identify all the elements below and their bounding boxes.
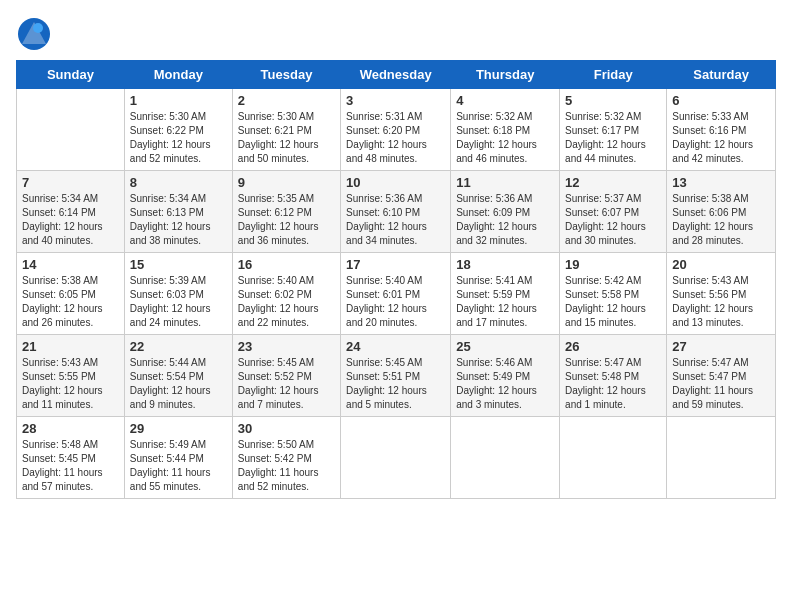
calendar-cell: 19Sunrise: 5:42 AM Sunset: 5:58 PM Dayli… — [560, 253, 667, 335]
calendar-week-2: 7Sunrise: 5:34 AM Sunset: 6:14 PM Daylig… — [17, 171, 776, 253]
day-number: 19 — [565, 257, 661, 272]
day-header-monday: Monday — [124, 61, 232, 89]
calendar-cell: 27Sunrise: 5:47 AM Sunset: 5:47 PM Dayli… — [667, 335, 776, 417]
day-info: Sunrise: 5:43 AM Sunset: 5:56 PM Dayligh… — [672, 274, 770, 330]
calendar-cell: 30Sunrise: 5:50 AM Sunset: 5:42 PM Dayli… — [232, 417, 340, 499]
day-info: Sunrise: 5:34 AM Sunset: 6:13 PM Dayligh… — [130, 192, 227, 248]
calendar-cell: 22Sunrise: 5:44 AM Sunset: 5:54 PM Dayli… — [124, 335, 232, 417]
calendar-cell: 10Sunrise: 5:36 AM Sunset: 6:10 PM Dayli… — [341, 171, 451, 253]
day-info: Sunrise: 5:36 AM Sunset: 6:09 PM Dayligh… — [456, 192, 554, 248]
day-info: Sunrise: 5:40 AM Sunset: 6:01 PM Dayligh… — [346, 274, 445, 330]
calendar-cell: 13Sunrise: 5:38 AM Sunset: 6:06 PM Dayli… — [667, 171, 776, 253]
calendar-cell: 25Sunrise: 5:46 AM Sunset: 5:49 PM Dayli… — [451, 335, 560, 417]
day-info: Sunrise: 5:41 AM Sunset: 5:59 PM Dayligh… — [456, 274, 554, 330]
day-number: 28 — [22, 421, 119, 436]
calendar-cell: 18Sunrise: 5:41 AM Sunset: 5:59 PM Dayli… — [451, 253, 560, 335]
day-info: Sunrise: 5:47 AM Sunset: 5:48 PM Dayligh… — [565, 356, 661, 412]
day-number: 8 — [130, 175, 227, 190]
day-number: 13 — [672, 175, 770, 190]
page-header — [16, 16, 776, 52]
day-number: 1 — [130, 93, 227, 108]
day-info: Sunrise: 5:46 AM Sunset: 5:49 PM Dayligh… — [456, 356, 554, 412]
day-info: Sunrise: 5:35 AM Sunset: 6:12 PM Dayligh… — [238, 192, 335, 248]
calendar-cell: 24Sunrise: 5:45 AM Sunset: 5:51 PM Dayli… — [341, 335, 451, 417]
calendar-cell: 7Sunrise: 5:34 AM Sunset: 6:14 PM Daylig… — [17, 171, 125, 253]
calendar-cell — [17, 89, 125, 171]
day-info: Sunrise: 5:38 AM Sunset: 6:06 PM Dayligh… — [672, 192, 770, 248]
day-info: Sunrise: 5:50 AM Sunset: 5:42 PM Dayligh… — [238, 438, 335, 494]
logo-icon — [16, 16, 52, 52]
calendar-week-1: 1Sunrise: 5:30 AM Sunset: 6:22 PM Daylig… — [17, 89, 776, 171]
calendar-cell: 15Sunrise: 5:39 AM Sunset: 6:03 PM Dayli… — [124, 253, 232, 335]
logo — [16, 16, 56, 52]
calendar-cell: 4Sunrise: 5:32 AM Sunset: 6:18 PM Daylig… — [451, 89, 560, 171]
day-header-thursday: Thursday — [451, 61, 560, 89]
day-number: 18 — [456, 257, 554, 272]
day-number: 23 — [238, 339, 335, 354]
day-number: 17 — [346, 257, 445, 272]
calendar-cell: 16Sunrise: 5:40 AM Sunset: 6:02 PM Dayli… — [232, 253, 340, 335]
calendar-cell: 6Sunrise: 5:33 AM Sunset: 6:16 PM Daylig… — [667, 89, 776, 171]
calendar-cell: 26Sunrise: 5:47 AM Sunset: 5:48 PM Dayli… — [560, 335, 667, 417]
day-info: Sunrise: 5:37 AM Sunset: 6:07 PM Dayligh… — [565, 192, 661, 248]
day-number: 16 — [238, 257, 335, 272]
calendar-cell: 9Sunrise: 5:35 AM Sunset: 6:12 PM Daylig… — [232, 171, 340, 253]
day-number: 10 — [346, 175, 445, 190]
day-info: Sunrise: 5:39 AM Sunset: 6:03 PM Dayligh… — [130, 274, 227, 330]
day-number: 15 — [130, 257, 227, 272]
calendar-cell: 21Sunrise: 5:43 AM Sunset: 5:55 PM Dayli… — [17, 335, 125, 417]
calendar-week-3: 14Sunrise: 5:38 AM Sunset: 6:05 PM Dayli… — [17, 253, 776, 335]
day-info: Sunrise: 5:45 AM Sunset: 5:51 PM Dayligh… — [346, 356, 445, 412]
day-number: 6 — [672, 93, 770, 108]
calendar-cell: 23Sunrise: 5:45 AM Sunset: 5:52 PM Dayli… — [232, 335, 340, 417]
day-number: 21 — [22, 339, 119, 354]
calendar-week-4: 21Sunrise: 5:43 AM Sunset: 5:55 PM Dayli… — [17, 335, 776, 417]
calendar-cell: 1Sunrise: 5:30 AM Sunset: 6:22 PM Daylig… — [124, 89, 232, 171]
calendar-cell — [560, 417, 667, 499]
day-number: 2 — [238, 93, 335, 108]
calendar-cell: 5Sunrise: 5:32 AM Sunset: 6:17 PM Daylig… — [560, 89, 667, 171]
calendar-cell — [341, 417, 451, 499]
day-number: 12 — [565, 175, 661, 190]
day-info: Sunrise: 5:40 AM Sunset: 6:02 PM Dayligh… — [238, 274, 335, 330]
day-number: 25 — [456, 339, 554, 354]
calendar-cell — [451, 417, 560, 499]
day-header-tuesday: Tuesday — [232, 61, 340, 89]
day-info: Sunrise: 5:36 AM Sunset: 6:10 PM Dayligh… — [346, 192, 445, 248]
calendar-cell: 11Sunrise: 5:36 AM Sunset: 6:09 PM Dayli… — [451, 171, 560, 253]
calendar-table: SundayMondayTuesdayWednesdayThursdayFrid… — [16, 60, 776, 499]
day-number: 5 — [565, 93, 661, 108]
day-info: Sunrise: 5:33 AM Sunset: 6:16 PM Dayligh… — [672, 110, 770, 166]
calendar-cell: 2Sunrise: 5:30 AM Sunset: 6:21 PM Daylig… — [232, 89, 340, 171]
day-number: 20 — [672, 257, 770, 272]
day-header-saturday: Saturday — [667, 61, 776, 89]
day-info: Sunrise: 5:43 AM Sunset: 5:55 PM Dayligh… — [22, 356, 119, 412]
day-header-sunday: Sunday — [17, 61, 125, 89]
day-number: 7 — [22, 175, 119, 190]
day-info: Sunrise: 5:31 AM Sunset: 6:20 PM Dayligh… — [346, 110, 445, 166]
svg-point-2 — [33, 23, 43, 33]
day-info: Sunrise: 5:32 AM Sunset: 6:17 PM Dayligh… — [565, 110, 661, 166]
day-number: 24 — [346, 339, 445, 354]
day-info: Sunrise: 5:45 AM Sunset: 5:52 PM Dayligh… — [238, 356, 335, 412]
calendar-cell: 29Sunrise: 5:49 AM Sunset: 5:44 PM Dayli… — [124, 417, 232, 499]
calendar-cell: 3Sunrise: 5:31 AM Sunset: 6:20 PM Daylig… — [341, 89, 451, 171]
calendar-cell: 8Sunrise: 5:34 AM Sunset: 6:13 PM Daylig… — [124, 171, 232, 253]
day-info: Sunrise: 5:38 AM Sunset: 6:05 PM Dayligh… — [22, 274, 119, 330]
day-number: 22 — [130, 339, 227, 354]
calendar-cell: 17Sunrise: 5:40 AM Sunset: 6:01 PM Dayli… — [341, 253, 451, 335]
day-info: Sunrise: 5:42 AM Sunset: 5:58 PM Dayligh… — [565, 274, 661, 330]
day-info: Sunrise: 5:32 AM Sunset: 6:18 PM Dayligh… — [456, 110, 554, 166]
day-header-friday: Friday — [560, 61, 667, 89]
calendar-cell — [667, 417, 776, 499]
day-number: 30 — [238, 421, 335, 436]
day-info: Sunrise: 5:30 AM Sunset: 6:22 PM Dayligh… — [130, 110, 227, 166]
day-info: Sunrise: 5:34 AM Sunset: 6:14 PM Dayligh… — [22, 192, 119, 248]
calendar-cell: 20Sunrise: 5:43 AM Sunset: 5:56 PM Dayli… — [667, 253, 776, 335]
calendar-week-5: 28Sunrise: 5:48 AM Sunset: 5:45 PM Dayli… — [17, 417, 776, 499]
day-number: 4 — [456, 93, 554, 108]
day-number: 27 — [672, 339, 770, 354]
calendar-header: SundayMondayTuesdayWednesdayThursdayFrid… — [17, 61, 776, 89]
day-info: Sunrise: 5:30 AM Sunset: 6:21 PM Dayligh… — [238, 110, 335, 166]
day-number: 3 — [346, 93, 445, 108]
